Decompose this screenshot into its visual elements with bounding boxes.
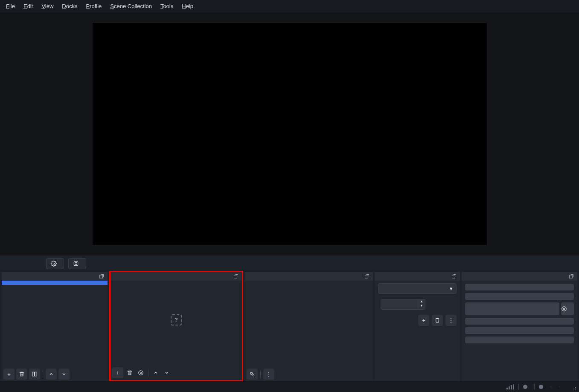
gear-icon bbox=[51, 261, 57, 267]
scene-item[interactable] bbox=[2, 281, 108, 285]
popout-icon[interactable] bbox=[99, 274, 104, 279]
svg-rect-2 bbox=[75, 263, 77, 265]
svg-point-8 bbox=[139, 371, 143, 375]
start-recording-button[interactable] bbox=[465, 293, 574, 300]
filters-button[interactable] bbox=[68, 258, 86, 269]
chevron-down-icon bbox=[164, 370, 169, 375]
caret-down-icon: ▾ bbox=[450, 285, 453, 292]
docks-row: + ? + bbox=[0, 272, 579, 381]
svg-rect-6 bbox=[234, 275, 237, 278]
remove-transition-button[interactable] bbox=[432, 315, 443, 326]
svg-rect-9 bbox=[365, 275, 368, 278]
menu-view[interactable]: View bbox=[37, 1, 58, 11]
source-down-button[interactable] bbox=[162, 368, 172, 377]
source-up-button[interactable] bbox=[151, 368, 160, 377]
menu-bar: File Edit View Docks Profile Scene Colle… bbox=[0, 0, 579, 12]
svg-point-11 bbox=[253, 375, 254, 376]
rec-dot-icon bbox=[539, 385, 543, 389]
source-properties-button[interactable] bbox=[136, 368, 145, 377]
scene-item[interactable] bbox=[2, 285, 108, 289]
scenes-dock: + bbox=[2, 272, 108, 381]
gear-icon bbox=[561, 306, 574, 312]
add-transition-button[interactable]: + bbox=[418, 315, 429, 326]
start-streaming-button[interactable] bbox=[465, 284, 574, 290]
scene-transitions-dock: ▾ ▲ ▼ + ⋮ bbox=[375, 272, 460, 381]
duration-input[interactable] bbox=[381, 299, 418, 310]
exit-button[interactable] bbox=[465, 337, 574, 343]
scenes-list[interactable] bbox=[2, 281, 108, 367]
menu-profile[interactable]: Profile bbox=[81, 1, 106, 11]
preview-canvas[interactable] bbox=[93, 23, 487, 245]
spin-down-icon[interactable]: ▼ bbox=[418, 304, 425, 308]
svg-point-14 bbox=[563, 308, 565, 310]
scene-filters-button[interactable] bbox=[29, 369, 40, 380]
svg-rect-5 bbox=[35, 372, 37, 376]
dots-vertical-icon: ⋮ bbox=[448, 317, 454, 324]
popout-icon[interactable] bbox=[569, 274, 574, 279]
scene-down-button[interactable] bbox=[58, 369, 70, 380]
question-icon: ? bbox=[171, 314, 182, 325]
chevron-down-icon bbox=[61, 372, 67, 377]
popout-icon[interactable] bbox=[451, 274, 457, 279]
chevron-up-icon bbox=[153, 370, 158, 375]
svg-rect-3 bbox=[100, 275, 103, 278]
menu-edit[interactable]: Edit bbox=[19, 1, 37, 11]
remove-source-button[interactable] bbox=[125, 368, 134, 377]
chevron-up-icon bbox=[49, 372, 54, 377]
filters-icon bbox=[73, 261, 79, 267]
trash-icon bbox=[127, 370, 133, 376]
advanced-audio-button[interactable] bbox=[247, 369, 258, 380]
plus-icon: + bbox=[422, 317, 425, 324]
sources-dock: ? + bbox=[109, 271, 243, 381]
trash-icon bbox=[434, 317, 440, 323]
mixer-menu-button[interactable]: ⋮ bbox=[263, 369, 274, 380]
add-source-button[interactable]: + bbox=[112, 367, 123, 378]
svg-rect-4 bbox=[32, 372, 35, 376]
start-virtual-camera-button[interactable] bbox=[465, 302, 559, 315]
audio-mixer-dock: ⋮ bbox=[245, 272, 373, 381]
sources-empty-state[interactable]: ? bbox=[111, 281, 242, 366]
transition-menu-button[interactable]: ⋮ bbox=[445, 315, 457, 326]
dots-vertical-icon: ⋮ bbox=[266, 371, 272, 377]
menu-file[interactable]: File bbox=[2, 1, 19, 11]
svg-point-10 bbox=[250, 372, 253, 375]
gears-icon bbox=[249, 371, 255, 377]
trash-icon bbox=[19, 371, 25, 377]
studio-mode-button[interactable] bbox=[465, 318, 574, 325]
svg-rect-13 bbox=[570, 275, 573, 278]
properties-button[interactable] bbox=[46, 258, 64, 269]
selection-bar bbox=[0, 255, 579, 272]
transition-select[interactable]: ▾ bbox=[378, 283, 457, 294]
plus-icon: + bbox=[116, 369, 119, 376]
remove-scene-button[interactable] bbox=[16, 369, 27, 380]
popout-icon[interactable] bbox=[233, 274, 239, 279]
add-scene-button[interactable]: + bbox=[3, 369, 15, 380]
menu-docks[interactable]: Docks bbox=[58, 1, 81, 11]
preview-area bbox=[0, 12, 579, 255]
menu-scene-collection[interactable]: Scene Collection bbox=[106, 1, 156, 11]
menu-help[interactable]: Help bbox=[177, 1, 198, 11]
plus-icon: + bbox=[7, 371, 11, 377]
network-icon bbox=[506, 384, 514, 389]
status-bar bbox=[0, 381, 579, 392]
settings-button[interactable] bbox=[465, 327, 574, 334]
resize-grip-icon[interactable] bbox=[570, 384, 576, 390]
live-dot-icon bbox=[523, 385, 527, 389]
filter-panel-icon bbox=[32, 371, 38, 377]
menu-tools[interactable]: Tools bbox=[156, 1, 177, 11]
popout-icon[interactable] bbox=[364, 274, 370, 279]
svg-rect-12 bbox=[452, 275, 455, 278]
spin-up-icon[interactable]: ▲ bbox=[418, 299, 425, 304]
duration-spinbox[interactable]: ▲ ▼ bbox=[381, 299, 425, 310]
scene-up-button[interactable] bbox=[46, 369, 57, 380]
svg-point-7 bbox=[140, 372, 142, 374]
svg-point-0 bbox=[53, 263, 55, 264]
svg-point-15 bbox=[562, 307, 567, 311]
controls-dock bbox=[462, 272, 577, 381]
gear-icon bbox=[138, 370, 144, 376]
svg-rect-1 bbox=[74, 261, 78, 265]
virtual-camera-settings-button[interactable] bbox=[561, 302, 574, 315]
